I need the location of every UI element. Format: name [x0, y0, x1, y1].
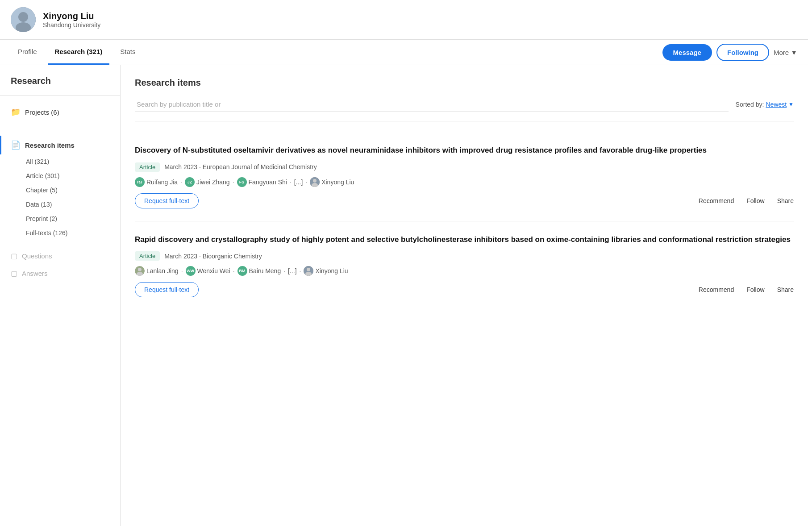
author-avatar-xinyong-1 [310, 177, 320, 187]
sidebar-sub-fulltexts[interactable]: Full-texts (126) [26, 226, 120, 240]
author-avatar-fangyuan: FS [237, 177, 247, 187]
author-xinyong-liu-1[interactable]: Xinyong Liu [310, 177, 354, 187]
author-ellipsis-2[interactable]: [...] [288, 267, 296, 274]
author-avatar-xinyong-2 [304, 266, 313, 276]
author-ruifang-jia[interactable]: RJ Ruifang Jia [135, 177, 178, 187]
projects-label: Projects (6) [25, 108, 59, 116]
following-button[interactable]: Following [716, 44, 769, 61]
user-institution: Shandong University [43, 21, 100, 29]
sidebar-section-research: 📄 Research items All (321) Article (301)… [0, 129, 120, 247]
research-card-2: Rapid discovery and crystallography stud… [135, 221, 794, 310]
recommend-2[interactable]: Recommend [699, 286, 734, 293]
card-journal-1: March 2023 · European Journal of Medicin… [164, 163, 317, 170]
follow-2[interactable]: Follow [746, 286, 764, 293]
card-meta-1: Article March 2023 · European Journal of… [135, 162, 794, 172]
research-items-label: Research items [25, 141, 75, 149]
tab-research[interactable]: Research (321) [48, 40, 110, 65]
sidebar: Research 📁 Projects (6) 📄 Research items… [0, 65, 121, 526]
question-icon: ▢ [11, 252, 17, 260]
main-content: Research items Sorted by: Newest ▼ Disco… [121, 65, 808, 526]
nav-actions: Message Following More ▼ [662, 44, 797, 61]
section-title: Research items [135, 78, 794, 88]
follow-1[interactable]: Follow [746, 197, 764, 204]
sidebar-sub-items: All (321) Article (301) Chapter (5) Data… [0, 154, 120, 240]
document-icon: 📄 [11, 140, 21, 150]
author-ellipsis-1[interactable]: [...] [294, 179, 303, 186]
svg-point-4 [313, 179, 317, 183]
author-jiwei-zhang[interactable]: JZ Jiwei Zhang [185, 177, 230, 187]
article-badge-1: Article [135, 162, 160, 172]
share-1[interactable]: Share [777, 197, 794, 204]
author-lanlan-jing[interactable]: Lanlan Jing [135, 266, 179, 276]
card-actions-1: Request full-text Recommend Follow Share [135, 193, 794, 208]
user-name: Xinyong Liu [43, 11, 100, 21]
sidebar-section-projects: 📁 Projects (6) [0, 96, 120, 129]
request-fulltext-1[interactable]: Request full-text [135, 193, 199, 208]
sidebar-item-research-items[interactable]: 📄 Research items [0, 136, 120, 154]
more-button[interactable]: More ▼ [774, 49, 797, 56]
user-info: Xinyong Liu Shandong University [43, 11, 100, 29]
sidebar-sub-chapter[interactable]: Chapter (5) [26, 183, 120, 197]
sidebar-title: Research [0, 76, 120, 96]
search-container [135, 97, 729, 112]
author-avatar-lanlan [135, 266, 145, 276]
message-button[interactable]: Message [662, 44, 712, 61]
author-avatar-jiwei: JZ [185, 177, 195, 187]
sidebar-sub-data[interactable]: Data (13) [26, 197, 120, 212]
svg-point-7 [138, 268, 142, 271]
chevron-down-icon: ▼ [791, 49, 797, 56]
sidebar-item-answers[interactable]: ▢ Answers [0, 265, 120, 282]
author-bairu-meng[interactable]: BM Bairu Meng [237, 266, 281, 276]
author-avatar-ruifang: RJ [135, 177, 145, 187]
search-sort-bar: Sorted by: Newest ▼ [135, 97, 794, 121]
research-card-1: Discovery of N-substituted oseltamivir d… [135, 132, 794, 221]
page-layout: Research 📁 Projects (6) 📄 Research items… [0, 65, 808, 526]
author-avatar-wenxiu: WW [186, 266, 196, 276]
sort-arrow-icon[interactable]: ▼ [788, 101, 794, 108]
card-journal-2: March 2023 · Bioorganic Chemistry [164, 253, 262, 260]
article-badge-2: Article [135, 251, 160, 261]
svg-point-1 [18, 12, 28, 22]
card-meta-2: Article March 2023 · Bioorganic Chemistr… [135, 251, 794, 261]
card-title-2[interactable]: Rapid discovery and crystallography stud… [135, 234, 794, 245]
action-links-1: Recommend Follow Share [699, 197, 794, 204]
request-fulltext-2[interactable]: Request full-text [135, 282, 199, 297]
share-2[interactable]: Share [777, 286, 794, 293]
page-header: Xinyong Liu Shandong University [0, 0, 808, 40]
tab-profile[interactable]: Profile [11, 40, 44, 65]
sidebar-sub-article[interactable]: Article (301) [26, 169, 120, 183]
card-authors-1: RJ Ruifang Jia · JZ Jiwei Zhang · FS Fan… [135, 177, 794, 187]
sidebar-sub-preprint[interactable]: Preprint (2) [26, 212, 120, 226]
avatar [11, 7, 36, 32]
author-wenxiu-wei[interactable]: WW Wenxiu Wei [186, 266, 230, 276]
author-fangyuan-shi[interactable]: FS Fangyuan Shi [237, 177, 287, 187]
search-input[interactable] [135, 97, 223, 112]
sort-value[interactable]: Newest [766, 101, 787, 108]
card-actions-2: Request full-text Recommend Follow Share [135, 282, 794, 297]
sidebar-item-projects[interactable]: 📁 Projects (6) [0, 103, 120, 121]
author-avatar-bairu: BM [237, 266, 247, 276]
sort-label: Sorted by: [736, 101, 764, 108]
folder-icon: 📁 [11, 107, 21, 117]
author-xinyong-liu-2[interactable]: Xinyong Liu [304, 266, 348, 276]
sidebar-sub-all[interactable]: All (321) [26, 154, 120, 169]
nav-tabs: Profile Research (321) Stats Message Fol… [0, 40, 808, 65]
card-title-1[interactable]: Discovery of N-substituted oseltamivir d… [135, 145, 794, 156]
action-links-2: Recommend Follow Share [699, 286, 794, 293]
sort-controls: Sorted by: Newest ▼ [736, 101, 794, 108]
recommend-1[interactable]: Recommend [699, 197, 734, 204]
tab-stats[interactable]: Stats [113, 40, 142, 65]
sidebar-item-questions[interactable]: ▢ Questions [0, 247, 120, 265]
card-authors-2: Lanlan Jing · WW Wenxiu Wei · BM Bairu M… [135, 266, 794, 276]
answers-icon: ▢ [11, 269, 17, 278]
svg-point-10 [307, 268, 310, 271]
